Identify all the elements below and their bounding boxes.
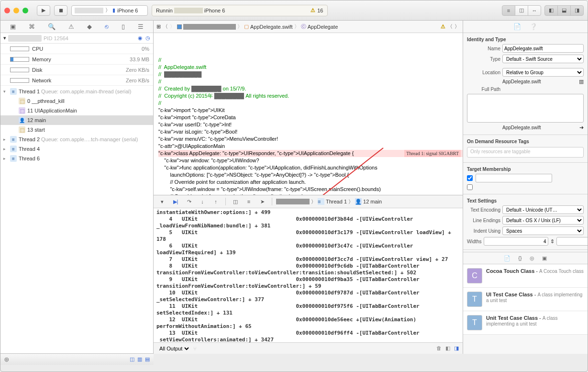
editor-mode-segment[interactable]: ≡ ◫ ↔ <box>502 5 541 16</box>
navigator-tabs[interactable]: ▣ ⌘ 🔍 ⚠ ◆ ⎋ ▯ ☰ <box>0 21 153 33</box>
file-type-select[interactable]: Default - Swift Source <box>502 55 584 63</box>
identity-header: Identity and Type <box>463 36 588 43</box>
tags-header: On Demand Resource Tags <box>463 138 588 145</box>
navigator-panel: ▣ ⌘ 🔍 ⚠ ◆ ⎋ ▯ ☰ ▾ PID 12564 ◉◷ CPU0%Memo… <box>0 21 154 354</box>
debug-bar[interactable]: ▾ ▶| ↷ ↓ ↑ ◫ ≡ ➤ 〉 ≡ Thread 1 〉 👤 12 mai… <box>154 195 463 208</box>
left-panel-icon[interactable]: ◧ <box>544 5 558 16</box>
process-row[interactable]: ▾ PID 12564 ◉◷ <box>0 33 153 44</box>
standard-editor-icon[interactable]: ≡ <box>502 5 515 16</box>
vars-pane-icon[interactable]: ◧ <box>445 345 450 351</box>
text-settings-header: Text Settings <box>463 197 588 204</box>
metric-row[interactable]: CPU0% <box>0 44 153 54</box>
indent-select[interactable]: Spaces <box>502 226 584 235</box>
help-inspector-icon[interactable]: ❔ <box>530 23 537 30</box>
full-path-box <box>467 94 584 123</box>
location-icon[interactable]: ➤ <box>256 197 268 206</box>
eye-icon[interactable]: ◉ <box>138 35 143 41</box>
library-item[interactable]: TUnit Test Case Class - A class implemen… <box>463 311 588 335</box>
target-check-2[interactable] <box>467 184 473 190</box>
metric-row[interactable]: NetworkZero KB/s <box>0 75 153 86</box>
main-toolbar: ▶ ◼ 〉 ▮iPhone 6 Runnin iPhone 6 ⚠16 ≡ ◫ … <box>0 0 588 21</box>
right-panel-icon[interactable]: ◨ <box>570 5 584 16</box>
line-endings-select[interactable]: Default - OS X / Unix (LF) <box>502 216 584 225</box>
metric-row[interactable]: DiskZero KB/s <box>0 65 153 75</box>
debug-nav-icon[interactable]: ⎋ <box>105 23 109 30</box>
step-out-button[interactable]: ↑ <box>210 197 222 206</box>
library-tabs[interactable]: 📄 {} ◎ ▣ <box>463 252 588 264</box>
source-editor[interactable]: //// AppDelegate.swift// ██████████//// … <box>154 33 463 195</box>
filter-opt3-icon[interactable]: ▤ <box>145 356 150 362</box>
filter-opt1-icon[interactable]: ◫ <box>130 356 134 362</box>
file-template-icon[interactable]: 📄 <box>504 255 510 261</box>
console-pane-icon[interactable]: ◨ <box>454 345 459 351</box>
test-nav-icon[interactable]: ◆ <box>87 23 92 30</box>
stop-button[interactable]: ◼ <box>54 5 67 16</box>
gauge-icon[interactable]: ◷ <box>145 35 150 41</box>
console-bar[interactable]: All Output ⑂ 🗑 ◧ ◨ <box>154 342 463 354</box>
symbol-nav-icon[interactable]: ⌘ <box>29 23 35 30</box>
run-button[interactable]: ▶ <box>37 5 50 16</box>
view-debug-icon[interactable]: ◫ <box>230 197 241 206</box>
zoom-window[interactable] <box>22 8 28 13</box>
hide-debug-icon[interactable]: ▾ <box>156 197 168 206</box>
file-inspector-icon[interactable]: 📄 <box>513 23 521 30</box>
library-item[interactable]: TUI Test Case Class - A class implementi… <box>463 288 588 311</box>
minimize-window[interactable] <box>13 8 19 13</box>
activity-viewer: Runnin iPhone 6 ⚠16 <box>152 5 328 16</box>
location-select[interactable]: Relative to Group <box>502 68 584 77</box>
project-nav-icon[interactable]: ▣ <box>10 23 16 30</box>
report-nav-icon[interactable]: ☰ <box>138 23 144 30</box>
tab-width[interactable] <box>484 237 548 246</box>
warning-icon[interactable]: ⚠ <box>311 7 315 13</box>
panel-toggle-segment[interactable]: ◧ ⬓ ◨ <box>545 5 584 16</box>
frame-row[interactable]: ⬚0 __pthread_kill <box>0 96 153 106</box>
continue-button[interactable]: ▶| <box>170 197 181 206</box>
step-over-button[interactable]: ↷ <box>183 197 195 206</box>
thread-row[interactable]: ▸≡Thread 6 <box>0 154 153 163</box>
find-nav-icon[interactable]: 🔍 <box>48 23 55 30</box>
breakpoint-nav-icon[interactable]: ▯ <box>122 23 125 30</box>
memory-graph-icon[interactable]: ≡ <box>243 197 255 206</box>
console-output[interactable]: instantiateWithOwner:options:] + 499 4 U… <box>154 208 463 342</box>
output-filter[interactable]: All Output <box>157 345 190 352</box>
frame-row[interactable]: 👤12 main <box>0 115 153 125</box>
jump-bar[interactable]: ⊞ 〈〉 〉▢AppDelegate.swift 〉ⓒAppDelegate ⚠… <box>154 21 463 33</box>
library-item[interactable]: CCocoa Touch Class - A Cocoa Touch class <box>463 264 588 288</box>
filter-opt2-icon[interactable]: ▥ <box>137 356 142 362</box>
indent-width[interactable] <box>556 237 588 246</box>
trash-icon[interactable]: 🗑 <box>436 345 442 351</box>
tags-field: Only resources are taggable <box>467 147 584 158</box>
reveal-icon[interactable]: ➜ <box>579 124 584 131</box>
folder-icon[interactable]: ▥ <box>579 79 584 85</box>
window-controls <box>4 8 28 13</box>
object-lib-icon[interactable]: ◎ <box>530 255 534 261</box>
metric-row[interactable]: Memory33.9 MB <box>0 54 153 65</box>
assistant-editor-icon[interactable]: ◫ <box>515 5 528 16</box>
filter-icon[interactable]: ◎ <box>4 356 9 362</box>
thread-row[interactable]: ▸≡Thread 2 Queue: com.apple.…tch-manager… <box>0 135 153 144</box>
thread-row[interactable]: ▾≡Thread 1 Queue: com.apple.main-thread … <box>0 87 153 96</box>
utilities-panel: 📄 ❔ Identity and Type Name TypeDefault -… <box>463 21 588 354</box>
issue-nav-icon[interactable]: ⚠ <box>68 23 74 30</box>
related-items-icon[interactable]: ⊞ <box>156 23 161 30</box>
target-header: Target Membership <box>463 166 588 173</box>
navigator-filter-bar[interactable]: ◎ ◫ ▥ ▤ <box>0 353 154 365</box>
scheme-selector[interactable]: 〉 ▮iPhone 6 <box>71 5 148 16</box>
inspector-tabs[interactable]: 📄 ❔ <box>463 21 588 33</box>
code-snippet-icon[interactable]: {} <box>518 255 521 261</box>
editor-area: ⊞ 〈〉 〉▢AppDelegate.swift 〉ⓒAppDelegate ⚠… <box>154 21 463 354</box>
version-editor-icon[interactable]: ↔ <box>528 5 541 16</box>
thread-row[interactable]: ▸≡Thread 4 <box>0 144 153 154</box>
thread-tree[interactable]: ▾≡Thread 1 Queue: com.apple.main-thread … <box>0 86 153 354</box>
frame-row[interactable]: ⬚11 UIApplicationMain <box>0 106 153 115</box>
target-check-1[interactable] <box>467 175 473 181</box>
media-lib-icon[interactable]: ▣ <box>542 255 547 261</box>
close-window[interactable] <box>4 8 10 13</box>
bottom-panel-icon[interactable]: ⬓ <box>557 5 571 16</box>
frame-row[interactable]: ⬚13 start <box>0 125 153 135</box>
step-in-button[interactable]: ↓ <box>197 197 208 206</box>
encoding-select[interactable]: Default - Unicode (UT… <box>502 205 584 214</box>
file-name-field[interactable] <box>502 44 584 53</box>
